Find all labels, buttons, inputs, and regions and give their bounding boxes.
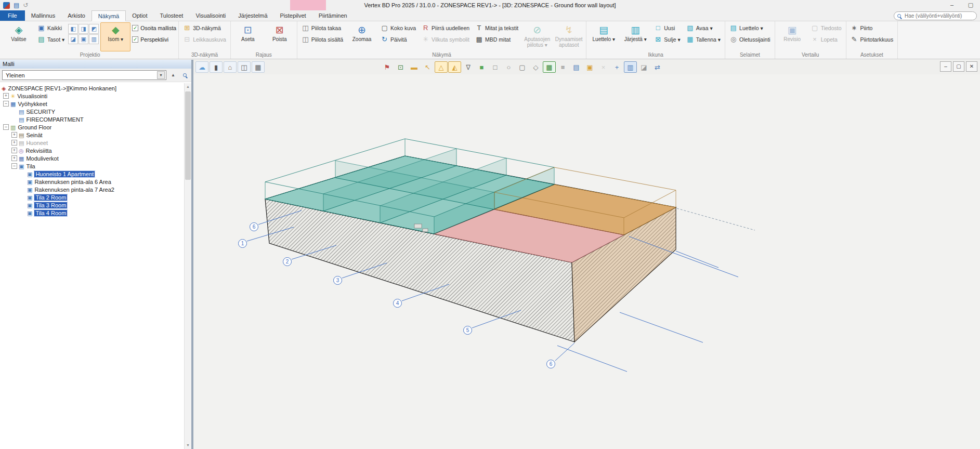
box-icon[interactable]: ▢ — [516, 61, 529, 73]
tree-expander-icon[interactable]: − — [11, 163, 17, 169]
tab-file[interactable]: File — [0, 10, 25, 21]
uusi-button[interactable]: □Uusi — [652, 22, 683, 33]
filter-icon[interactable]: ∇ — [462, 61, 475, 73]
child-close-button[interactable]: ✕ — [966, 61, 977, 72]
select-region-icon[interactable]: ⊡ — [394, 61, 407, 73]
columns-icon[interactable]: ▥ — [624, 61, 637, 73]
isom-button[interactable]: ◆Isom ▾ — [100, 22, 130, 51]
piilota-sisalta-button[interactable]: ◫Piilota sisältä — [299, 34, 345, 45]
tree-expander-icon[interactable]: − — [3, 124, 9, 130]
kaikki-button[interactable]: ▣Kaikki — [35, 22, 67, 33]
building-icon[interactable]: ⌂ — [224, 61, 237, 73]
maximize-button[interactable]: ▢ — [961, 1, 980, 10]
measure-icon[interactable]: ▬ — [408, 61, 421, 73]
tree-expander-icon[interactable]: + — [11, 140, 17, 146]
undo-icon[interactable]: ↺ — [23, 2, 28, 9]
tree-rekvisiitta[interactable]: +◎Rekvisiitta — [0, 147, 184, 154]
tree-rakennuksen-pinta-ala-7[interactable]: ▣Rakennuksen pinta-ala 7 Area2 — [0, 186, 184, 193]
tree-ground-floor[interactable]: −▥Ground Floor — [0, 123, 184, 131]
revisio-button[interactable]: ▣Revisio — [777, 22, 807, 51]
move-icon[interactable]: ◪ — [637, 61, 650, 73]
tallenna-button[interactable]: ▦Tallenna ▾ — [684, 34, 723, 45]
cylinder-icon[interactable]: ○ — [502, 61, 515, 73]
dynaamiset-aputasot-button[interactable]: ↯Dynaamiset aputasot — [554, 22, 584, 51]
proj-view-1-button[interactable]: ◧ — [68, 24, 78, 34]
prism-icon[interactable]: ◇ — [529, 61, 542, 73]
collapse-tree-button[interactable]: ▲ — [168, 71, 178, 80]
global-search[interactable] — [894, 11, 977, 20]
tab-arkisto[interactable]: Arkisto — [61, 10, 92, 21]
piirra-uudelleen-button[interactable]: RPiirrä uudelleen — [420, 22, 472, 33]
proj-view-2-button[interactable]: ◨ — [79, 24, 88, 34]
proj-view-5-button[interactable]: ▣ — [79, 34, 88, 44]
solid-view-icon[interactable]: ■ — [475, 61, 488, 73]
search-input[interactable] — [904, 12, 974, 19]
cloud-icon[interactable]: ☁ — [195, 61, 208, 73]
tab-pistepilvet[interactable]: Pistepilvet — [274, 10, 312, 21]
scroll-up-icon[interactable]: ▲ — [185, 83, 191, 90]
koko-kuva-button[interactable]: ▢Koko kuva — [378, 22, 418, 33]
wireframe-icon[interactable]: □ — [489, 61, 502, 73]
leikkauskuva-button[interactable]: ⊟Leikkauskuva — [181, 34, 228, 45]
paivita-button[interactable]: ↻Päivitä — [378, 34, 418, 45]
tab-tulosteet[interactable]: Tulosteet — [154, 10, 190, 21]
tree-security[interactable]: ▤SECURITY — [0, 108, 184, 115]
snap-free-icon[interactable]: ↖ — [421, 61, 434, 73]
aputasojen-piilotus-button[interactable]: ⊘Aputasojen piilotus ▾ — [522, 22, 552, 51]
scroll-down-icon[interactable]: ▼ — [185, 442, 191, 449]
minimize-button[interactable]: – — [943, 1, 961, 10]
tile-windows-icon[interactable]: ▦ — [252, 61, 265, 73]
tree-root[interactable]: ◈ZONESPACE [REV1->][Kimmo Honkanen] — [0, 84, 184, 92]
tree-tila-4-room[interactable]: ▣Tila 4 Room — [0, 209, 184, 217]
sidebar-scrollbar[interactable]: ▲ ▼ — [184, 83, 191, 449]
oletussijainti-button[interactable]: ◎Oletussijainti — [727, 34, 773, 45]
osoita-mallista-checkbox[interactable]: ✓Osoita mallista — [132, 22, 176, 33]
lopeta-button[interactable]: ×Lopeta — [809, 34, 844, 45]
piilota-takaa-button[interactable]: ◫Piilota takaa — [299, 22, 345, 33]
tree-search-button[interactable] — [180, 71, 189, 80]
tree-expander-icon[interactable]: + — [3, 93, 9, 99]
app-logo-icon[interactable] — [3, 2, 10, 9]
print-icon[interactable]: ▣ — [583, 61, 596, 73]
tree-rakennuksen-pinta-ala-6[interactable]: ▣Rakennuksen pinta-ala 6 Area — [0, 178, 184, 186]
child-minimize-button[interactable]: – — [940, 61, 951, 72]
axes-icon[interactable]: + — [610, 61, 623, 73]
tree-moduliverkot[interactable]: +▦Moduliverkot — [0, 154, 184, 162]
piirto-button[interactable]: ∗Piirto — [848, 22, 896, 33]
tree-filter-select[interactable]: Yleinen ▾ — [2, 70, 166, 80]
tree-expander-icon[interactable]: + — [11, 132, 17, 138]
vilkuta-symbolit-button[interactable]: ✳Vilkuta symbolit — [420, 34, 472, 45]
snap-endpoint-icon[interactable]: △ — [435, 61, 448, 73]
tasot-button[interactable]: ▤Tasot ▾ — [35, 34, 67, 45]
tree-huoneisto-1-apartment[interactable]: ▣Huoneisto 1 Apartment — [0, 170, 184, 178]
tab-n-kym[interactable]: Näkymä — [92, 10, 126, 21]
tab-mallinnus[interactable]: Mallinnus — [25, 10, 61, 21]
proj-view-4-button[interactable]: ◪ — [68, 34, 78, 44]
tree-vyohykkeet[interactable]: −▦Vyöhykkeet — [0, 100, 184, 108]
perspektiivi-checkbox[interactable]: ✓Perspektiivi — [132, 34, 176, 45]
tree-tila[interactable]: −▣Tila — [0, 162, 184, 170]
ikkuna-luettelo-button[interactable]: ▤Luettelo ▾ — [589, 22, 619, 51]
snap-midpoint-icon[interactable]: ◭ — [448, 61, 461, 73]
mbd-mitat-button[interactable]: ▩MBD mitat — [473, 34, 520, 45]
tree-expander-icon[interactable]: − — [3, 101, 9, 107]
tree-firecompartment[interactable]: ▤FIRECOMPARTMENT — [0, 115, 184, 123]
tree-tila-2-room[interactable]: ▣Tila 2 Room — [0, 193, 184, 201]
tree-huoneet[interactable]: +▤Huoneet — [0, 139, 184, 147]
piirtotarkkuus-button[interactable]: ✎Piirtotarkkuus — [848, 34, 896, 45]
tab-j-rjestelm[interactable]: Järjestelmä — [232, 10, 273, 21]
delete-icon[interactable]: × — [597, 61, 610, 73]
3d-nakyma-button[interactable]: ⊞3D-näkymä — [181, 22, 228, 33]
child-restore-button[interactable]: ▢ — [953, 61, 964, 72]
tab-optiot[interactable]: Optiot — [126, 10, 153, 21]
valitse-button[interactable]: ◈Valitse — [4, 22, 34, 51]
selaimet-luettelo-button[interactable]: ▤Luettelo ▾ — [727, 22, 773, 33]
sheets-icon[interactable]: ▤ — [570, 61, 583, 73]
proj-view-6-button[interactable]: ▥ — [89, 34, 99, 44]
tree-tila-3-room[interactable]: ▣Tila 3 Room — [0, 201, 184, 209]
sulje-button[interactable]: ⊠Sulje ▾ — [652, 34, 683, 45]
poista-button[interactable]: ⊠Poista — [265, 22, 295, 51]
aseta-button[interactable]: ⊡Aseta — [233, 22, 263, 51]
lock-icon[interactable]: ▮ — [210, 61, 223, 73]
jarjesta-button[interactable]: ▥Järjestä ▾ — [620, 22, 650, 51]
